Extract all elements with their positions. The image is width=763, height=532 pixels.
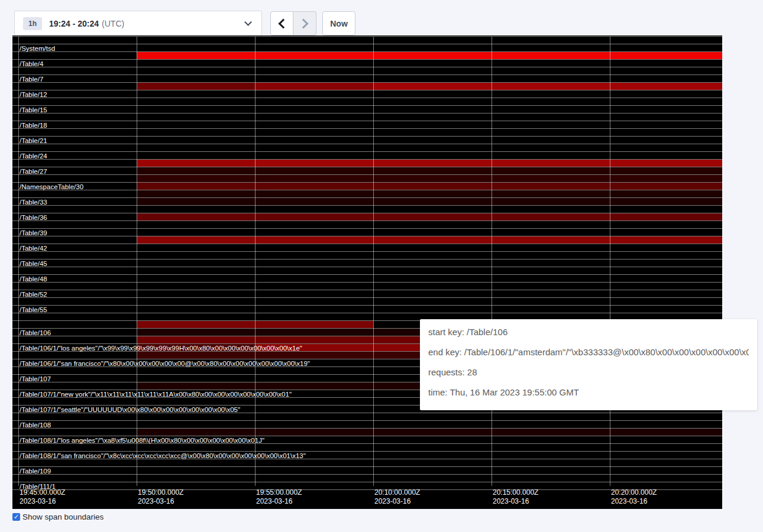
heatmap-row[interactable]: /Table/18 xyxy=(12,121,722,129)
heatmap-row[interactable]: /Table/36 xyxy=(12,213,722,221)
heatmap-cell[interactable] xyxy=(373,236,492,244)
heatmap-cell[interactable] xyxy=(610,190,722,197)
heatmap-cell[interactable] xyxy=(137,190,255,197)
heatmap-cell[interactable] xyxy=(373,429,492,436)
heatmap-row[interactable]: /Table/108 xyxy=(12,421,722,429)
heatmap-cell[interactable] xyxy=(137,83,255,90)
heatmap-cell[interactable] xyxy=(373,83,492,90)
heatmap-cell[interactable] xyxy=(255,236,373,244)
heatmap-cell[interactable] xyxy=(255,329,373,336)
heatmap-cell[interactable] xyxy=(610,429,722,436)
heatmap-row[interactable]: /System/tsd xyxy=(12,44,722,52)
heatmap-cell[interactable] xyxy=(373,175,492,182)
heatmap-cell[interactable] xyxy=(610,236,722,244)
heatmap-cell[interactable] xyxy=(255,183,373,190)
heatmap-cell[interactable] xyxy=(492,236,610,244)
heatmap-row[interactable] xyxy=(12,67,722,75)
heatmap-row[interactable] xyxy=(12,190,722,198)
heatmap-cell[interactable] xyxy=(373,52,492,59)
show-span-boundaries-toggle[interactable]: ✓ Show span boundaries xyxy=(12,512,104,521)
heatmap-cell[interactable] xyxy=(373,213,492,220)
heatmap-cell[interactable] xyxy=(610,213,722,220)
heatmap-cell[interactable] xyxy=(255,352,373,359)
heatmap-cell[interactable] xyxy=(255,213,373,220)
heatmap-cell[interactable] xyxy=(610,183,722,190)
heatmap-cell[interactable] xyxy=(255,83,373,90)
heatmap-cell[interactable] xyxy=(492,83,610,90)
heatmap-row[interactable]: /Table/27 xyxy=(12,167,722,175)
heatmap-cell[interactable] xyxy=(610,167,722,174)
now-button[interactable]: Now xyxy=(322,11,355,35)
heatmap-row[interactable] xyxy=(12,221,722,229)
heatmap-row[interactable]: /Table/33 xyxy=(12,198,722,206)
heatmap-cell[interactable] xyxy=(492,190,610,197)
heatmap-cell[interactable] xyxy=(492,183,610,190)
heatmap-row[interactable] xyxy=(12,475,722,482)
heatmap-row[interactable]: /Table/55 xyxy=(12,306,722,313)
heatmap-cell[interactable] xyxy=(492,52,610,59)
heatmap-row[interactable] xyxy=(12,252,722,259)
heatmap-row[interactable] xyxy=(12,144,722,152)
heatmap-row[interactable] xyxy=(12,459,722,467)
heatmap-cell[interactable] xyxy=(137,175,255,182)
previous-interval-button[interactable] xyxy=(270,11,293,35)
heatmap-row[interactable]: /Table/15 xyxy=(12,106,722,113)
heatmap-cell[interactable] xyxy=(255,336,373,343)
heatmap-cell[interactable] xyxy=(255,175,373,182)
heatmap-row[interactable] xyxy=(12,113,722,121)
heatmap-cell[interactable] xyxy=(492,198,610,205)
heatmap-row[interactable] xyxy=(12,444,722,452)
heatmap-cell[interactable] xyxy=(255,167,373,174)
heatmap-row[interactable] xyxy=(12,413,722,421)
heatmap-row[interactable]: /Table/52 xyxy=(12,290,722,298)
heatmap-row[interactable] xyxy=(12,98,722,106)
heatmap-cell[interactable] xyxy=(255,198,373,205)
heatmap-row[interactable] xyxy=(12,37,722,44)
heatmap-cell[interactable] xyxy=(255,429,373,436)
heatmap-row[interactable]: /Table/42 xyxy=(12,244,722,252)
heatmap-cell[interactable] xyxy=(492,429,610,436)
heatmap-row[interactable]: /Table/39 xyxy=(12,229,722,236)
heatmap-cell[interactable] xyxy=(610,52,722,59)
heatmap-cell[interactable] xyxy=(137,236,255,244)
heatmap-cell[interactable] xyxy=(137,160,255,167)
heatmap-cell[interactable] xyxy=(255,190,373,197)
heatmap-cell[interactable] xyxy=(137,352,255,359)
heatmap-cell[interactable] xyxy=(137,52,255,59)
heatmap-row[interactable]: /NamespaceTable/30 xyxy=(12,183,722,190)
heatmap-row[interactable]: /Table/7 xyxy=(12,75,722,83)
heatmap-row[interactable]: /Table/21 xyxy=(12,137,722,144)
heatmap-row[interactable]: /Table/24 xyxy=(12,152,722,160)
heatmap-cell[interactable] xyxy=(373,190,492,197)
heatmap-row[interactable]: /Table/12 xyxy=(12,90,722,98)
heatmap-cell[interactable] xyxy=(373,183,492,190)
heatmap-cell[interactable] xyxy=(255,52,373,59)
heatmap-row[interactable]: /Table/108/1/"san francisco"/"\x8c\xcc\x… xyxy=(12,452,722,459)
heatmap-row[interactable]: /Table/48 xyxy=(12,275,722,283)
heatmap-row[interactable]: /Table/45 xyxy=(12,259,722,267)
heatmap-cell[interactable] xyxy=(610,175,722,182)
heatmap-cell[interactable] xyxy=(255,321,373,328)
heatmap-cell[interactable] xyxy=(492,160,610,167)
heatmap-row[interactable] xyxy=(12,298,722,306)
time-range-selector[interactable]: 1h 19:24 - 20:24 (UTC) xyxy=(14,11,262,36)
heatmap-cell[interactable] xyxy=(255,382,373,390)
heatmap-cell[interactable] xyxy=(137,183,255,190)
heatmap-cell[interactable] xyxy=(137,336,255,343)
heatmap-cell[interactable] xyxy=(492,213,610,220)
heatmap-row[interactable] xyxy=(12,236,722,244)
heatmap-cell[interactable] xyxy=(137,382,255,390)
heatmap-row[interactable] xyxy=(12,129,722,137)
heatmap-cell[interactable] xyxy=(137,167,255,174)
heatmap-row[interactable] xyxy=(12,175,722,183)
heatmap-cell[interactable] xyxy=(373,198,492,205)
next-interval-button-disabled[interactable] xyxy=(293,11,316,35)
heatmap-row[interactable] xyxy=(12,160,722,167)
checkbox-checked-icon[interactable]: ✓ xyxy=(12,513,20,521)
heatmap-cell[interactable] xyxy=(137,429,255,436)
heatmap-cell[interactable] xyxy=(255,160,373,167)
heatmap-row[interactable] xyxy=(12,83,722,90)
heatmap-row[interactable] xyxy=(12,283,722,290)
heatmap-row[interactable]: /Table/108/1/"los angeles"/"\xa8\xf5\u00… xyxy=(12,436,722,444)
heatmap-row[interactable] xyxy=(12,267,722,275)
